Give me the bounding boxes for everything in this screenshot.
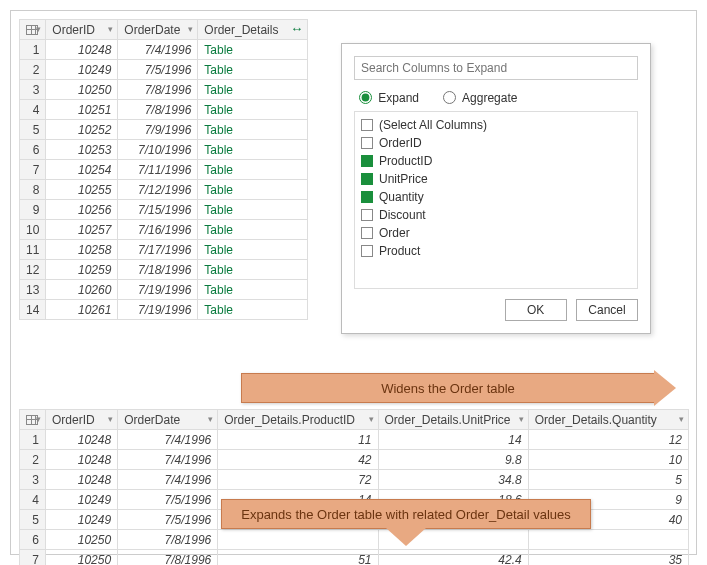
cell-quantity[interactable]: 35	[528, 550, 688, 566]
checkbox-checked-icon[interactable]	[361, 155, 373, 167]
cell-orderdetails-link[interactable]: Table	[198, 240, 308, 260]
cell-orderid[interactable]: 10255	[46, 180, 118, 200]
cell-productid[interactable]: 42	[218, 450, 378, 470]
table-row[interactable]: 2102487/4/1996429.810	[20, 450, 689, 470]
cell-orderdetails-link[interactable]: Table	[198, 100, 308, 120]
checkbox-icon[interactable]	[361, 119, 373, 131]
column-checkbox-item[interactable]: OrderID	[361, 134, 631, 152]
cell-orderdate[interactable]: 7/8/1996	[118, 100, 198, 120]
checkbox-icon[interactable]	[361, 227, 373, 239]
cell-orderdate[interactable]: 7/18/1996	[118, 260, 198, 280]
column-checkbox-item[interactable]: Quantity	[361, 188, 631, 206]
cell-orderid[interactable]: 10253	[46, 140, 118, 160]
search-columns-input[interactable]	[354, 56, 638, 80]
table-row[interactable]: 3102487/4/19967234.85	[20, 470, 689, 490]
table-row[interactable]: 3102507/8/1996Table	[20, 80, 308, 100]
cell-productid[interactable]: 72	[218, 470, 378, 490]
cell-orderdate[interactable]: 7/11/1996	[118, 160, 198, 180]
cell-orderdate[interactable]: 7/10/1996	[118, 140, 198, 160]
column-checklist[interactable]: (Select All Columns)OrderIDProductIDUnit…	[354, 111, 638, 289]
orders-table[interactable]: ▾ OrderID▾ OrderDate▾ Order_Details↔ 110…	[19, 19, 308, 320]
cell-orderdetails-link[interactable]: Table	[198, 40, 308, 60]
table-row[interactable]: 1102487/4/1996111412	[20, 430, 689, 450]
cell-orderdetails-link[interactable]: Table	[198, 140, 308, 160]
cell-orderdetails-link[interactable]: Table	[198, 80, 308, 100]
dropdown-icon[interactable]: ▾	[108, 414, 113, 424]
table-row[interactable]: 7102547/11/1996Table	[20, 160, 308, 180]
cell-orderdate[interactable]: 7/8/1996	[118, 80, 198, 100]
dropdown-icon[interactable]: ▾	[108, 24, 113, 34]
dropdown-icon[interactable]: ▾	[188, 24, 193, 34]
cell-unitprice[interactable]: 34.8	[378, 470, 528, 490]
cell-quantity[interactable]: 10	[528, 450, 688, 470]
col-header-orderid[interactable]: OrderID▾	[46, 20, 118, 40]
cell-quantity[interactable]: 12	[528, 430, 688, 450]
cell-orderdate[interactable]: 7/5/1996	[118, 490, 218, 510]
cell-orderid[interactable]: 10256	[46, 200, 118, 220]
cell-orderid[interactable]: 10249	[46, 510, 118, 530]
checkbox-checked-icon[interactable]	[361, 173, 373, 185]
dropdown-icon[interactable]: ▾	[36, 24, 41, 34]
col-header-productid[interactable]: Order_Details.ProductID▾	[218, 410, 378, 430]
radio-aggregate-input[interactable]	[443, 91, 456, 104]
table-row[interactable]: 9102567/15/1996Table	[20, 200, 308, 220]
cell-quantity[interactable]	[528, 530, 688, 550]
cell-orderdetails-link[interactable]: Table	[198, 300, 308, 320]
dropdown-icon[interactable]: ▾	[208, 414, 213, 424]
table-row[interactable]: 4102517/8/1996Table	[20, 100, 308, 120]
table-row[interactable]: 7102507/8/19965142.435	[20, 550, 689, 566]
col-header-quantity[interactable]: Order_Details.Quantity▾	[528, 410, 688, 430]
column-checkbox-item[interactable]: (Select All Columns)	[361, 116, 631, 134]
cell-orderdate[interactable]: 7/4/1996	[118, 470, 218, 490]
cell-orderdate[interactable]: 7/9/1996	[118, 120, 198, 140]
table-row[interactable]: 6102537/10/1996Table	[20, 140, 308, 160]
cell-orderid[interactable]: 10248	[46, 40, 118, 60]
table-row[interactable]: 10102577/16/1996Table	[20, 220, 308, 240]
cell-unitprice[interactable]: 9.8	[378, 450, 528, 470]
cell-orderdate[interactable]: 7/8/1996	[118, 550, 218, 566]
cell-orderdetails-link[interactable]: Table	[198, 120, 308, 140]
col-header-orderdate[interactable]: OrderDate▾	[118, 410, 218, 430]
cancel-button[interactable]: Cancel	[576, 299, 638, 321]
cell-orderid[interactable]: 10254	[46, 160, 118, 180]
radio-expand[interactable]: Expand	[354, 91, 419, 105]
table-row[interactable]: 6102507/8/1996	[20, 530, 689, 550]
cell-productid[interactable]: 51	[218, 550, 378, 566]
cell-orderid[interactable]: 10250	[46, 80, 118, 100]
cell-orderid[interactable]: 10250	[46, 530, 118, 550]
column-checkbox-item[interactable]: UnitPrice	[361, 170, 631, 188]
table-row[interactable]: 1102487/4/1996Table	[20, 40, 308, 60]
cell-productid[interactable]	[218, 530, 378, 550]
cell-orderid[interactable]: 10251	[46, 100, 118, 120]
cell-orderid[interactable]: 10250	[46, 550, 118, 566]
dropdown-icon[interactable]: ▾	[36, 414, 41, 424]
cell-orderid[interactable]: 10249	[46, 60, 118, 80]
table-row[interactable]: 2102497/5/1996Table	[20, 60, 308, 80]
cell-orderdetails-link[interactable]: Table	[198, 60, 308, 80]
col-header-orderid[interactable]: OrderID▾	[46, 410, 118, 430]
table-row[interactable]: 5102527/9/1996Table	[20, 120, 308, 140]
cell-orderdetails-link[interactable]: Table	[198, 160, 308, 180]
cell-orderid[interactable]: 10249	[46, 490, 118, 510]
cell-orderid[interactable]: 10248	[46, 430, 118, 450]
cell-orderdate[interactable]: 7/19/1996	[118, 300, 198, 320]
checkbox-icon[interactable]	[361, 209, 373, 221]
expanded-orders-table[interactable]: ▾ OrderID▾ OrderDate▾ Order_Details.Prod…	[19, 409, 689, 565]
cell-quantity[interactable]: 5	[528, 470, 688, 490]
checkbox-icon[interactable]	[361, 245, 373, 257]
col-header-orderdate[interactable]: OrderDate▾	[118, 20, 198, 40]
cell-orderdate[interactable]: 7/5/1996	[118, 510, 218, 530]
cell-orderid[interactable]: 10260	[46, 280, 118, 300]
table-corner[interactable]: ▾	[20, 20, 46, 40]
table-row[interactable]: 13102607/19/1996Table	[20, 280, 308, 300]
cell-orderdetails-link[interactable]: Table	[198, 280, 308, 300]
cell-orderdetails-link[interactable]: Table	[198, 180, 308, 200]
cell-orderid[interactable]: 10261	[46, 300, 118, 320]
cell-orderdate[interactable]: 7/4/1996	[118, 450, 218, 470]
cell-orderid[interactable]: 10257	[46, 220, 118, 240]
column-checkbox-item[interactable]: Product	[361, 242, 631, 260]
column-checkbox-item[interactable]: Discount	[361, 206, 631, 224]
table-row[interactable]: 11102587/17/1996Table	[20, 240, 308, 260]
cell-orderdate[interactable]: 7/8/1996	[118, 530, 218, 550]
col-header-unitprice[interactable]: Order_Details.UnitPrice▾	[378, 410, 528, 430]
